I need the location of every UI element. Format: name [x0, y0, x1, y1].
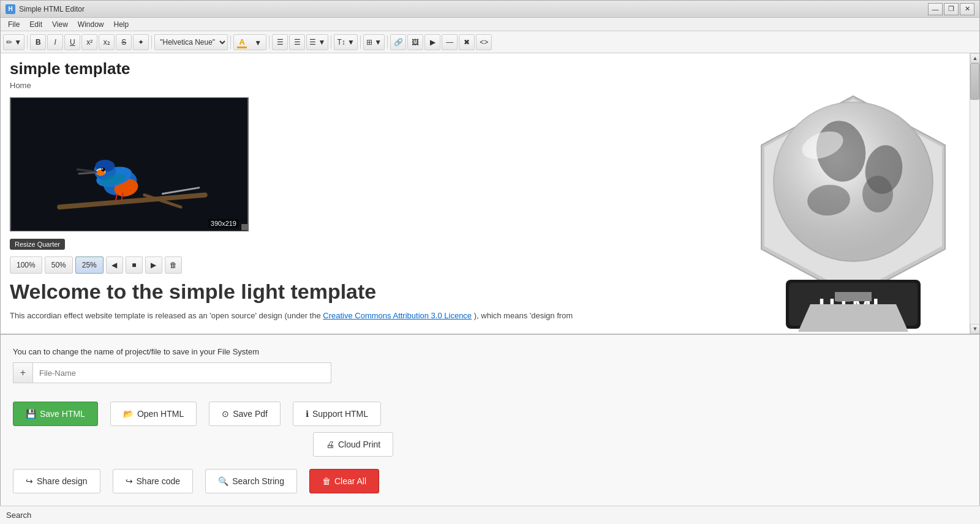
file-input-plus-button[interactable]: +	[13, 362, 32, 383]
svg-point-26	[102, 168, 103, 170]
share-design-button[interactable]: ↪ Share design	[13, 469, 100, 493]
align-button[interactable]: ☰ ▼	[306, 34, 328, 50]
save-html-button[interactable]: 💾 Save HTML	[13, 402, 98, 426]
remove-button[interactable]: ✖	[459, 34, 475, 50]
app-title: Simple HTML Editor	[19, 5, 85, 13]
resize-handle[interactable]	[241, 224, 247, 230]
size-50-button[interactable]: 50%	[45, 256, 73, 274]
share-code-icon: ↪	[126, 476, 133, 486]
print-icon: 🖨	[326, 440, 334, 449]
italic-button[interactable]: I	[47, 34, 63, 50]
share-design-label: Share design	[37, 476, 88, 486]
scroll-down-button[interactable]: ▼	[970, 324, 979, 334]
svg-line-28	[79, 173, 96, 174]
svg-rect-14	[11, 98, 247, 231]
image-container: 390x219 Resize Quarter	[10, 97, 249, 231]
editor-area[interactable]: HTML simple template Home	[1, 53, 970, 334]
cc-license-link[interactable]: Creative Commons Attribution 3.0 Licence	[323, 311, 472, 320]
clear-all-label: Clear All	[334, 476, 366, 486]
svg-point-6	[806, 183, 851, 217]
close-button[interactable]: ✕	[960, 3, 974, 15]
resize-tooltip: Resize Quarter	[10, 239, 65, 250]
font-color-bar	[237, 47, 247, 48]
search-string-button[interactable]: 🔍 Search String	[205, 469, 297, 493]
strikethrough-button[interactable]: S	[116, 34, 132, 50]
svg-point-2	[774, 102, 933, 261]
support-icon: ℹ	[306, 409, 309, 419]
font-color-letter: A	[239, 37, 245, 47]
font-color-button[interactable]: A	[234, 35, 250, 50]
svg-point-4	[812, 117, 870, 185]
file-name-input[interactable]	[32, 362, 331, 383]
separator-6	[360, 36, 361, 49]
ordered-list-button[interactable]: ☰	[289, 34, 305, 50]
save-icon: 💾	[26, 409, 36, 419]
welcome-text-before: This accordian effect website template i…	[10, 311, 323, 320]
delete-image-button[interactable]: 🗑	[165, 256, 182, 274]
open-icon: 📂	[123, 409, 134, 419]
menu-help[interactable]: Help	[109, 19, 134, 30]
action-buttons-row-2: 🖨 Cloud Print	[313, 432, 967, 457]
image-controls: 100% 50% 25% ◀ ■ ▶ 🗑	[10, 256, 960, 274]
home-link[interactable]: Home	[10, 81, 960, 90]
menu-file[interactable]: File	[3, 19, 24, 30]
scroll-thumb[interactable]	[970, 63, 979, 100]
svg-point-7	[862, 176, 893, 212]
cloud-print-button[interactable]: 🖨 Cloud Print	[313, 432, 393, 457]
action-buttons-row-1: 💾 Save HTML 📂 Open HTML ⊙ Save Pdf ℹ Sup…	[13, 402, 967, 426]
window-controls: — ❐ ✕	[928, 3, 974, 15]
link-button[interactable]: 🔗	[390, 34, 406, 50]
hr-button[interactable]: —	[442, 34, 458, 50]
font-color-arrow[interactable]: ▼	[250, 35, 266, 50]
share-code-button[interactable]: ↪ Share code	[113, 469, 194, 493]
save-instruction: You can to change the name of project/fi…	[13, 347, 967, 356]
clear-format-button[interactable]: ✦	[133, 34, 149, 50]
superscript-button[interactable]: x²	[81, 34, 97, 50]
text-size-button[interactable]: T↕ ▼	[334, 34, 358, 50]
separator-1	[27, 36, 28, 49]
search-bar: Search	[1, 506, 979, 523]
welcome-heading: Welcome to the simple light template	[10, 280, 960, 304]
vertical-scrollbar: ▲ ▼	[970, 53, 979, 334]
page-title: simple template	[10, 59, 960, 78]
code-button[interactable]: <>	[476, 34, 492, 50]
size-100-button[interactable]: 100%	[10, 256, 42, 274]
bold-button[interactable]: B	[30, 34, 46, 50]
align-left-button[interactable]: ◀	[106, 256, 123, 274]
minimize-button[interactable]: —	[928, 3, 943, 15]
menu-edit[interactable]: Edit	[24, 19, 47, 30]
svg-point-8	[798, 126, 846, 164]
support-html-label: Support HTML	[312, 409, 368, 419]
save-pdf-button[interactable]: ⊙ Save Pdf	[209, 402, 281, 426]
search-icon: 🔍	[218, 476, 228, 486]
menu-view[interactable]: View	[47, 19, 73, 30]
support-html-button[interactable]: ℹ Support HTML	[293, 402, 381, 426]
align-center-button[interactable]: ■	[126, 256, 143, 274]
separator-5	[331, 36, 331, 49]
pdf-icon: ⊙	[222, 409, 229, 419]
separator-3	[230, 36, 231, 49]
share-code-label: Share code	[137, 476, 181, 486]
action-buttons-row-3: ↪ Share design ↪ Share code 🔍 Search Str…	[13, 469, 967, 493]
unordered-list-button[interactable]: ☰	[272, 34, 288, 50]
video-button[interactable]: ▶	[424, 34, 440, 50]
align-right-button[interactable]: ▶	[145, 256, 162, 274]
restore-button[interactable]: ❐	[944, 3, 959, 15]
open-html-button[interactable]: 📂 Open HTML	[110, 402, 197, 426]
clear-all-button[interactable]: 🗑 Clear All	[309, 469, 379, 493]
image-button[interactable]: 🖼	[407, 34, 423, 50]
table-button[interactable]: ⊞ ▼	[363, 34, 385, 50]
scroll-track[interactable]	[970, 63, 979, 324]
titlebar-left: H Simple HTML Editor	[6, 4, 85, 14]
open-html-label: Open HTML	[137, 409, 184, 419]
subscript-button[interactable]: x₂	[99, 34, 115, 50]
app-icon: H	[6, 4, 15, 14]
menu-window[interactable]: Window	[73, 19, 109, 30]
menubar: File Edit View Window Help	[1, 18, 979, 31]
size-25-button[interactable]: 25%	[75, 256, 104, 274]
pen-button[interactable]: ✏ ▼	[3, 34, 24, 50]
underline-button[interactable]: U	[64, 34, 80, 50]
font-selector[interactable]: "Helvetica Neue"	[154, 34, 228, 50]
scroll-up-button[interactable]: ▲	[970, 53, 979, 63]
search-label: Search	[6, 511, 31, 520]
